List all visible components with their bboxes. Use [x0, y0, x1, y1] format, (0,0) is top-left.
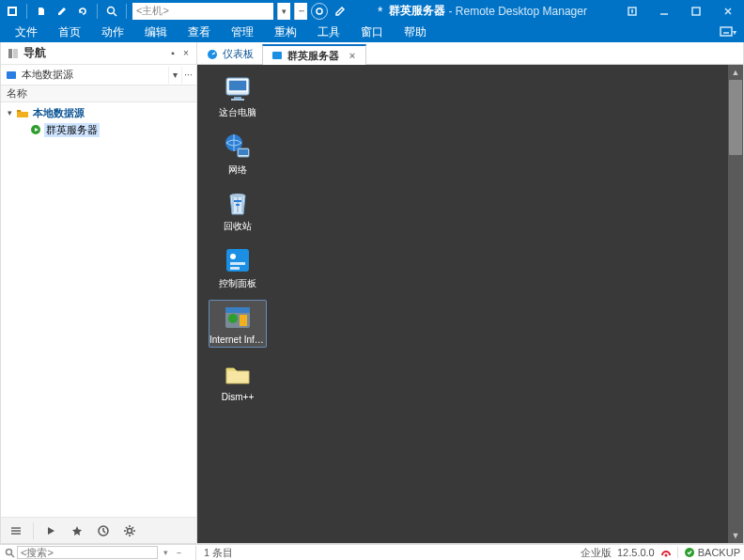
svg-point-2 — [108, 7, 115, 13]
menu-edit[interactable]: 编辑 — [135, 23, 177, 42]
menu-manage[interactable]: 管理 — [222, 23, 263, 42]
nav-close-icon[interactable]: × — [179, 47, 193, 60]
maximize-button[interactable] — [680, 0, 712, 22]
window-controls — [616, 0, 744, 22]
status-backup[interactable]: BACKUP — [684, 547, 740, 558]
status-search-input[interactable] — [17, 546, 158, 559]
folder-icon — [223, 359, 253, 389]
dashboard-icon — [206, 48, 219, 61]
host-input[interactable]: <主机> — [132, 3, 273, 20]
desktop-icon-iis[interactable]: Internet Informatio... — [209, 300, 267, 348]
edit-icon[interactable] — [54, 3, 70, 20]
menu-help[interactable]: 帮助 — [395, 23, 436, 42]
pin-icon[interactable]: ▪ — [166, 47, 179, 60]
tree-root[interactable]: ▾ 本地数据源 — [1, 104, 196, 121]
nav-history-icon[interactable] — [92, 521, 115, 541]
remote-desktop-view[interactable]: 这台电脑 网络 回收站 控制面板 Internet Informatio... — [197, 65, 743, 543]
nav-play-icon[interactable] — [39, 521, 62, 541]
quick-connect-button[interactable] — [311, 3, 328, 20]
desktop-icon-this-pc[interactable]: 这台电脑 — [209, 72, 267, 120]
tab-dashboard[interactable]: 仪表板 — [197, 43, 262, 64]
search-dropdown-icon[interactable]: ▾ — [160, 547, 171, 558]
tab-session[interactable]: 群英服务器 × — [262, 44, 366, 65]
host-dropdown-button[interactable]: ▾ — [277, 3, 290, 20]
tab-close-icon[interactable]: × — [347, 50, 358, 61]
menubar: 文件 首页 动作 编辑 查看 管理 重构 工具 窗口 帮助 ▾ — [0, 22, 744, 42]
session-tab-icon — [271, 49, 284, 62]
menu-view[interactable]: 查看 — [178, 23, 220, 42]
status-backup-label: BACKUP — [698, 547, 740, 558]
remote-scrollbar[interactable]: ▲ ▼ — [728, 65, 743, 543]
svg-rect-18 — [234, 97, 241, 99]
navigation-panel: 导航 ▪ × 本地数据源 ▾ ··· 名称 ▾ 本地数据源 群英服务器 — [1, 42, 197, 543]
nav-icon — [7, 47, 20, 60]
svg-point-3 — [317, 8, 322, 14]
titlebar: <主机> ▾ ··· * 群英服务器 - Remote Desktop Mana… — [0, 0, 744, 22]
tree-item-session[interactable]: 群英服务器 — [1, 121, 196, 138]
close-button[interactable] — [712, 0, 744, 22]
minimize-button[interactable] — [648, 0, 680, 22]
app-menu-button[interactable] — [4, 3, 21, 20]
desktop-icon-recycle-bin[interactable]: 回收站 — [209, 186, 267, 234]
svg-rect-19 — [231, 99, 244, 101]
nav-title: 导航 — [23, 45, 166, 61]
svg-point-25 — [230, 254, 236, 259]
host-more-button[interactable]: ··· — [294, 3, 307, 20]
title-center: * 群英服务器 - Remote Desktop Manager — [349, 3, 616, 19]
refresh-icon[interactable] — [74, 3, 91, 20]
desktop-icon-network[interactable]: 网络 — [209, 130, 267, 178]
status-count: 1 条目 — [195, 546, 577, 560]
desktop-icon-label: Dism++ — [222, 392, 254, 403]
content-panel: 仪表板 群英服务器 × 这台电脑 网络 回收站 — [197, 42, 743, 543]
desktop-icon-label: 这台电脑 — [219, 107, 256, 118]
tree-collapse-icon[interactable]: ▾ — [5, 108, 14, 117]
play-icon — [29, 123, 42, 136]
search-icon[interactable] — [103, 3, 120, 20]
nav-favorite-icon[interactable] — [66, 521, 88, 541]
desktop-icon-label: 控制面板 — [219, 278, 256, 289]
nav-datasource-dropdown[interactable]: ▾ — [168, 67, 181, 84]
nav-settings-icon[interactable] — [118, 521, 141, 541]
remote-desktop-icons: 这台电脑 网络 回收站 控制面板 Internet Informatio... — [209, 72, 267, 404]
scroll-thumb[interactable] — [729, 80, 742, 155]
search-more-icon[interactable]: ··· — [173, 547, 184, 558]
svg-point-31 — [6, 549, 11, 554]
desktop-icon-control-panel[interactable]: 控制面板 — [209, 243, 267, 291]
svg-rect-5 — [692, 8, 700, 15]
desktop-icon-dism[interactable]: Dism++ — [209, 357, 267, 405]
nav-header: 导航 ▪ × — [1, 42, 196, 65]
desktop-icon-label: 网络 — [228, 164, 247, 176]
help-icon[interactable] — [616, 0, 648, 22]
svg-rect-7 — [8, 49, 12, 58]
nav-datasource-more[interactable]: ··· — [181, 67, 194, 84]
app-name: - Remote Desktop Manager — [449, 5, 587, 18]
menu-file[interactable]: 文件 — [6, 23, 47, 42]
status-online-indicator[interactable] — [660, 547, 672, 558]
menu-tools[interactable]: 工具 — [308, 23, 349, 42]
new-icon[interactable] — [33, 3, 50, 20]
nav-list-icon[interactable] — [5, 521, 27, 541]
svg-rect-10 — [17, 110, 21, 112]
status-right: 企业版 12.5.0.0 BACKUP — [581, 546, 740, 560]
host-placeholder: <主机> — [136, 4, 169, 18]
menu-home[interactable]: 首页 — [49, 23, 90, 42]
svg-rect-15 — [272, 52, 282, 59]
menu-window[interactable]: 窗口 — [351, 23, 393, 42]
tabstrip: 仪表板 群英服务器 × — [197, 42, 743, 65]
ribbon-toggle-icon[interactable]: ▾ — [718, 23, 738, 40]
svg-rect-22 — [239, 149, 248, 155]
network-icon — [223, 132, 253, 162]
scroll-down-icon[interactable]: ▼ — [728, 528, 743, 543]
quick-connect-menu-icon[interactable] — [332, 3, 349, 20]
nav-column-header[interactable]: 名称 — [1, 86, 196, 102]
svg-rect-6 — [721, 27, 732, 36]
iis-icon — [223, 302, 253, 332]
scroll-up-icon[interactable]: ▲ — [728, 65, 743, 80]
nav-datasource-row[interactable]: 本地数据源 ▾ ··· — [1, 65, 196, 86]
svg-point-30 — [228, 314, 238, 323]
svg-rect-8 — [13, 49, 18, 58]
svg-rect-29 — [225, 307, 250, 313]
menu-refactor[interactable]: 重构 — [265, 23, 306, 42]
search-icon[interactable] — [4, 547, 15, 558]
menu-actions[interactable]: 动作 — [92, 23, 133, 42]
